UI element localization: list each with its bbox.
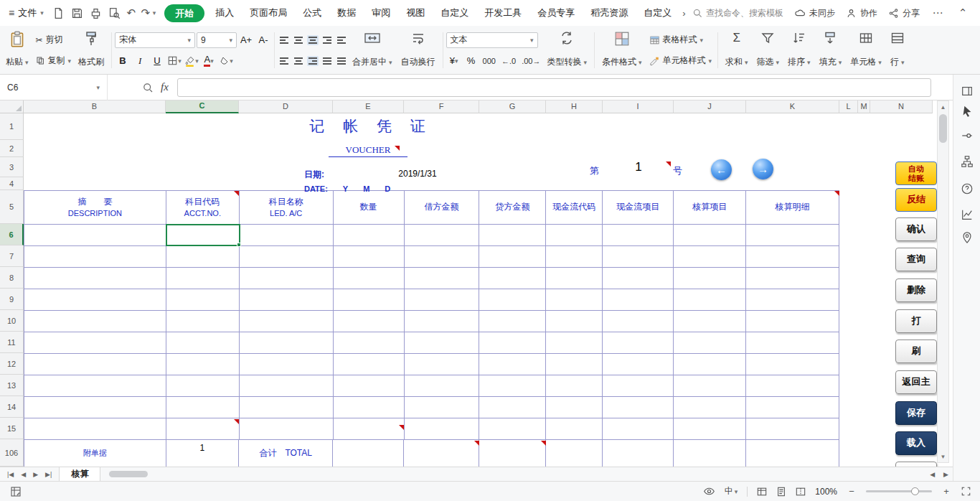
empty-cell[interactable] [405, 225, 480, 246]
merge-center-button[interactable]: 合并居中▾ [348, 28, 397, 71]
empty-cell[interactable] [479, 246, 546, 268]
underline-button[interactable]: U [149, 53, 165, 68]
last-sheet-icon[interactable]: ▶| [45, 471, 52, 478]
sheet-tab-hesuan[interactable]: 核算 [59, 467, 100, 481]
empty-cell[interactable] [603, 354, 674, 375]
font-name-select[interactable]: 宋体▾ [115, 32, 195, 48]
formula-input[interactable] [177, 78, 931, 97]
empty-cell[interactable] [334, 354, 405, 375]
font-color-button[interactable]: A▾ [201, 53, 217, 68]
active-cell-C6[interactable] [166, 224, 240, 246]
empty-cell[interactable] [24, 268, 166, 289]
orgchart-icon[interactable] [961, 155, 975, 169]
row-header-1[interactable]: 1 [0, 113, 24, 140]
empty-cell[interactable] [603, 375, 674, 397]
tab-review[interactable]: 审阅 [364, 0, 398, 26]
empty-cell[interactable] [240, 246, 334, 268]
empty-cell[interactable] [405, 289, 480, 311]
file-menu[interactable]: ≡ 文件 ▾ [0, 6, 50, 19]
total-label-cell[interactable]: 合计 TOTAL [239, 440, 333, 467]
empty-cell[interactable] [334, 289, 405, 311]
hscroll-right-icon[interactable]: ▶ [939, 471, 953, 478]
font-size-select[interactable]: 9▾ [197, 32, 237, 48]
row-header-7[interactable]: 7 [0, 245, 24, 267]
attach-docs-cell[interactable]: 附单据 [24, 440, 166, 467]
justify-icon[interactable] [321, 56, 333, 66]
sidebar-panel-icon[interactable] [961, 85, 975, 99]
partial-button[interactable] [895, 462, 937, 467]
clear-format-button[interactable]: ▾ [218, 53, 234, 68]
more-icon[interactable]: ⋯ [930, 6, 945, 19]
page-break-view-icon[interactable] [796, 487, 806, 497]
empty-cell[interactable] [166, 246, 240, 268]
empty-cell[interactable] [674, 311, 746, 332]
cell-style-button[interactable]: 单元格样式▾ [646, 53, 715, 69]
share-button[interactable]: 分享 [888, 7, 920, 19]
empty-cell[interactable] [166, 397, 240, 418]
empty-cell[interactable] [603, 311, 674, 332]
scroll-down-icon[interactable]: ▼ [938, 451, 948, 462]
horizontal-scroll-thumb[interactable] [109, 471, 148, 477]
empty-cell[interactable] [674, 268, 746, 289]
italic-button[interactable]: I [132, 53, 148, 68]
col-header-N[interactable]: N [870, 100, 933, 113]
comma-style-button[interactable]: 000 [481, 57, 498, 65]
tab-home[interactable]: 开始 [164, 4, 204, 22]
chart-tool-icon[interactable] [961, 208, 975, 223]
eye-protection-icon[interactable] [703, 485, 715, 497]
row-header-8[interactable]: 8 [0, 267, 24, 289]
empty-cell[interactable] [674, 418, 746, 440]
align-center-icon[interactable] [293, 56, 304, 66]
empty-cell[interactable] [479, 268, 546, 289]
percent-button[interactable]: % [463, 53, 479, 68]
empty-cell[interactable] [24, 246, 166, 268]
collapse-ribbon-icon[interactable]: ⌃ [956, 6, 970, 19]
empty-cell[interactable] [166, 332, 240, 354]
scroll-up-icon[interactable]: ▲ [938, 101, 948, 113]
decrease-decimal-button[interactable]: .00→ [519, 57, 542, 65]
align-left-icon[interactable] [278, 56, 290, 66]
empty-cell[interactable] [334, 225, 405, 246]
empty-cell[interactable] [24, 225, 166, 246]
col-header-I[interactable]: I [603, 100, 674, 113]
tab-member[interactable]: 会员专享 [529, 0, 583, 26]
empty-cell[interactable] [24, 375, 166, 397]
empty-cell[interactable] [674, 397, 746, 418]
empty-cell[interactable] [24, 332, 166, 354]
font-grow-button[interactable]: A+ [238, 32, 254, 47]
empty-cell[interactable] [546, 225, 603, 246]
vertical-scroll-thumb[interactable] [939, 114, 947, 143]
name-box[interactable]: C6 ▾ [0, 75, 108, 100]
col-header-K[interactable]: K [746, 100, 839, 113]
query-button[interactable]: 查询 [895, 248, 937, 271]
location-icon[interactable] [961, 231, 975, 245]
empty-cell[interactable] [546, 268, 603, 289]
col-header-D[interactable]: D [239, 100, 333, 113]
empty-cell[interactable] [546, 311, 603, 332]
empty-cell[interactable] [240, 311, 334, 332]
header-quantity[interactable]: 数量 [334, 191, 405, 225]
empty-cell[interactable] [240, 418, 334, 440]
collab-button[interactable]: 协作 [846, 7, 877, 19]
empty-cell[interactable] [603, 440, 674, 467]
tab-view[interactable]: 视图 [398, 0, 433, 26]
cells-button[interactable]: 单元格▾ [846, 28, 886, 71]
empty-cell[interactable] [405, 268, 480, 289]
next-sheet-icon[interactable]: ▶ [33, 471, 38, 478]
empty-cell[interactable] [746, 289, 839, 311]
horizontal-scrollbar[interactable] [108, 470, 918, 478]
empty-cell[interactable] [24, 418, 166, 440]
zoom-in-button[interactable]: + [941, 486, 951, 497]
col-header-M[interactable]: M [858, 100, 870, 113]
row-header-106[interactable]: 106 [0, 439, 24, 467]
empty-cell[interactable] [746, 246, 839, 268]
empty-cell[interactable] [240, 332, 334, 354]
fullscreen-icon[interactable] [961, 486, 971, 497]
empty-cell[interactable] [603, 225, 674, 246]
empty-cell[interactable] [334, 268, 405, 289]
prev-voucher-button[interactable]: ← [711, 159, 732, 180]
empty-cell[interactable] [240, 397, 334, 418]
empty-cell[interactable] [405, 375, 480, 397]
empty-cell[interactable] [24, 354, 166, 375]
empty-cell[interactable] [674, 289, 746, 311]
